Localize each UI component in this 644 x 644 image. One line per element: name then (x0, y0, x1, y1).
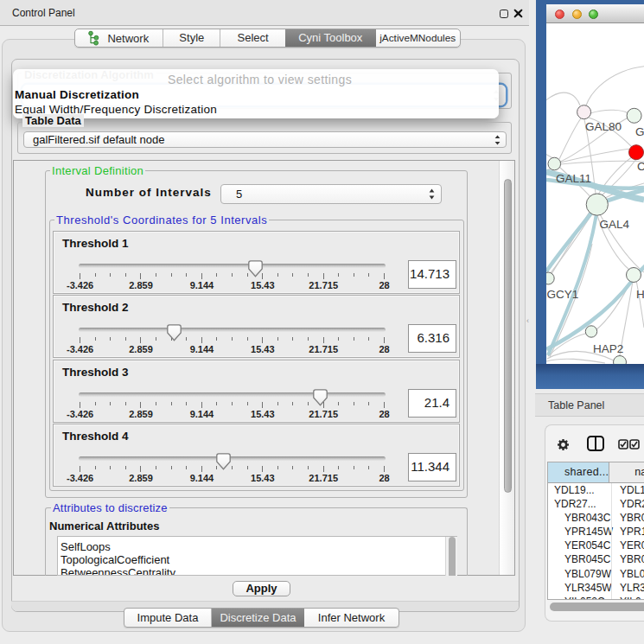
svg-text:GAL4: GAL4 (600, 218, 630, 231)
svg-text:GAL80: GAL80 (585, 120, 622, 133)
svg-text:H: H (636, 288, 644, 301)
svg-text:C: C (637, 160, 644, 173)
svg-text:GAL11: GAL11 (556, 172, 591, 185)
svg-text:HAP2: HAP2 (593, 342, 623, 355)
svg-text:GA: GA (635, 125, 644, 138)
svg-text:GCY1: GCY1 (547, 288, 579, 301)
